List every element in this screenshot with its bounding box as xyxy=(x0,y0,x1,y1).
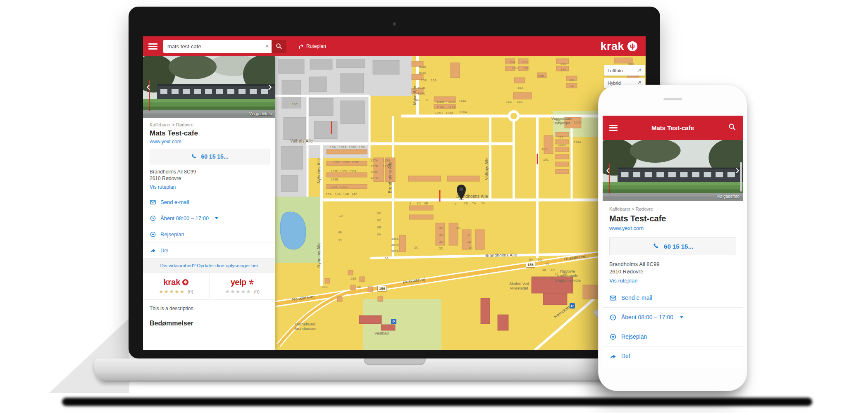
route-icon xyxy=(298,43,304,50)
mobile-scrollbar[interactable] xyxy=(740,162,742,192)
laptop-screen: ✕ Ruteplan krak ψ xyxy=(143,36,646,350)
business-name: Mats Test-cafe xyxy=(609,214,736,223)
opening-hours-row[interactable]: Åbent 08:00 – 17:00 xyxy=(603,307,743,327)
external-arrow-icon xyxy=(637,68,641,73)
rejseplan-row[interactable]: Rejseplan xyxy=(143,226,275,242)
desktop-header: ✕ Ruteplan krak ψ xyxy=(143,36,646,56)
search-icon xyxy=(276,43,282,50)
breadcrumb[interactable]: Kaffebarer > Rødovre xyxy=(150,122,269,127)
phone-number: 60 15 15... xyxy=(201,153,228,160)
laptop-base-notch xyxy=(364,358,426,365)
phone-speaker xyxy=(663,98,682,100)
stage: ✕ Ruteplan krak ψ xyxy=(0,0,868,413)
table-shadow xyxy=(49,318,129,393)
laptop-camera xyxy=(393,22,396,26)
address: Brandholms All 8C99 2610 Rødovre xyxy=(150,169,269,182)
ratings-section: krak ψ ★★★★★ (0) yelp xyxy=(143,273,275,299)
yelp-burst-icon xyxy=(248,279,254,285)
rejseplan-icon xyxy=(609,333,617,340)
photo-next-button[interactable]: › xyxy=(735,163,739,176)
share-label: Del xyxy=(160,247,169,254)
phone-icon xyxy=(191,153,197,160)
send-email-row[interactable]: Send e-mail xyxy=(603,288,743,307)
krak-logo[interactable]: krak ψ xyxy=(600,41,637,52)
krak-emblem-icon-small: ψ xyxy=(182,279,188,285)
rejseplan-label: Rejseplan xyxy=(621,333,647,340)
phone-icon xyxy=(652,242,660,250)
photo-next-button[interactable]: › xyxy=(268,80,272,93)
vis-gadefoto-link[interactable]: Vis gadefoto xyxy=(717,194,739,199)
yelp-rating[interactable]: yelp ★★★★★ (0) xyxy=(209,273,276,299)
search-button[interactable] xyxy=(272,40,286,53)
krak-rating-count: (0) xyxy=(188,289,193,294)
share-icon xyxy=(609,352,617,360)
krak-logo-text-small: krak xyxy=(163,278,180,286)
send-email-row[interactable]: Send e-mail xyxy=(143,194,275,210)
share-row[interactable]: Del xyxy=(603,346,743,366)
chevron-down-icon xyxy=(680,316,683,318)
phone-number: 60 15 15... xyxy=(664,243,693,250)
reviews-heading: Bedømmelser xyxy=(143,311,275,327)
phone-button[interactable]: 60 15 15... xyxy=(150,149,269,164)
rejseplan-label: Rejseplan xyxy=(160,231,184,237)
website-link[interactable]: www.yext.com xyxy=(609,225,736,231)
yelp-logo-text: yelp xyxy=(231,278,246,286)
business-name: Mats Test-cafe xyxy=(150,129,269,138)
opening-hours-label: Åbent 08:00 – 17:00 xyxy=(621,314,673,320)
claim-business-banner[interactable]: Din virksomhed? Opdater dine oplysninger… xyxy=(143,258,275,273)
search-icon xyxy=(728,123,736,131)
map-control-button[interactable]: Luftfoto xyxy=(604,65,645,76)
address-line2: 2610 Rødovre xyxy=(150,175,269,182)
address: Brandholms All 8C99 2610 Rødovre xyxy=(609,261,736,275)
streetview-photo[interactable]: ‹ › Vis gadefoto xyxy=(143,56,275,118)
photo-prev-button[interactable]: ‹ xyxy=(146,80,150,93)
menu-icon[interactable] xyxy=(148,43,157,50)
krak-logo-text: krak xyxy=(600,41,624,52)
ruteplan-link[interactable]: Ruteplan xyxy=(298,43,326,50)
send-email-label: Send e-mail xyxy=(160,199,189,205)
share-label: Del xyxy=(621,353,630,359)
krak-stars: ★★★★★ xyxy=(159,289,185,294)
yelp-stars: ★★★★★ xyxy=(225,289,252,294)
rejseplan-row[interactable]: Rejseplan xyxy=(603,327,743,346)
mobile-header: Mats Test-cafe xyxy=(603,116,743,140)
send-email-label: Send e-mail xyxy=(621,294,652,301)
vis-ruteplan-link[interactable]: Vis ruteplan xyxy=(609,278,736,284)
map-tiles xyxy=(275,56,646,350)
ruteplan-label: Ruteplan xyxy=(306,43,326,49)
clear-search-icon[interactable]: ✕ xyxy=(262,40,272,53)
mail-icon xyxy=(150,199,156,205)
yelp-rating-logo: yelp xyxy=(231,278,254,286)
clock-icon xyxy=(609,313,617,321)
krak-rating-logo: krak ψ xyxy=(163,278,188,286)
yelp-rating-count: (0) xyxy=(254,289,259,294)
rejseplan-icon xyxy=(150,231,156,237)
address-line2: 2610 Rødovre xyxy=(609,268,736,275)
streetview-image xyxy=(603,140,743,201)
opening-hours-label: Åbent 08:00 – 17:00 xyxy=(160,215,209,221)
vis-gadefoto-link[interactable]: Vis gadefoto xyxy=(249,112,272,116)
address-line1: Brandholms All 8C99 xyxy=(609,261,736,268)
map-control-label: Luftfoto xyxy=(608,68,623,73)
laptop-mockup: ✕ Ruteplan krak ψ xyxy=(129,7,660,358)
krak-rating[interactable]: krak ψ ★★★★★ (0) xyxy=(143,273,209,299)
vis-ruteplan-link[interactable]: Vis ruteplan xyxy=(150,184,269,190)
share-row[interactable]: Del xyxy=(143,242,275,258)
clock-icon xyxy=(150,215,156,221)
breadcrumb[interactable]: Kaffebarer > Rødovre xyxy=(609,206,736,211)
streetview-image xyxy=(143,56,275,118)
search-bar: ✕ xyxy=(163,40,286,53)
mobile-search-button[interactable] xyxy=(728,123,736,133)
mobile-streetview-photo[interactable]: ‹ › Vis gadefoto xyxy=(603,140,743,201)
mobile-page-title: Mats Test-cafe xyxy=(603,124,743,131)
phone-mockup: Mats Test-cafe xyxy=(598,85,747,391)
website-link[interactable]: www.yext.com xyxy=(150,139,269,145)
map-pin-icon[interactable] xyxy=(455,183,467,201)
photo-prev-button[interactable]: ‹ xyxy=(606,163,610,176)
map-canvas[interactable]: Valhøjs AlleNyholms AlleNyholms AlleBran… xyxy=(275,56,646,350)
listing-panel: ‹ › Vis gadefoto Kaffebarer > Rødovre Ma… xyxy=(143,56,275,350)
search-input[interactable] xyxy=(163,40,272,53)
opening-hours-row[interactable]: Åbent 08:00 – 17:00 xyxy=(143,210,275,226)
phone-button[interactable]: 60 15 15... xyxy=(609,237,736,255)
business-description: This is a description. xyxy=(143,299,275,311)
